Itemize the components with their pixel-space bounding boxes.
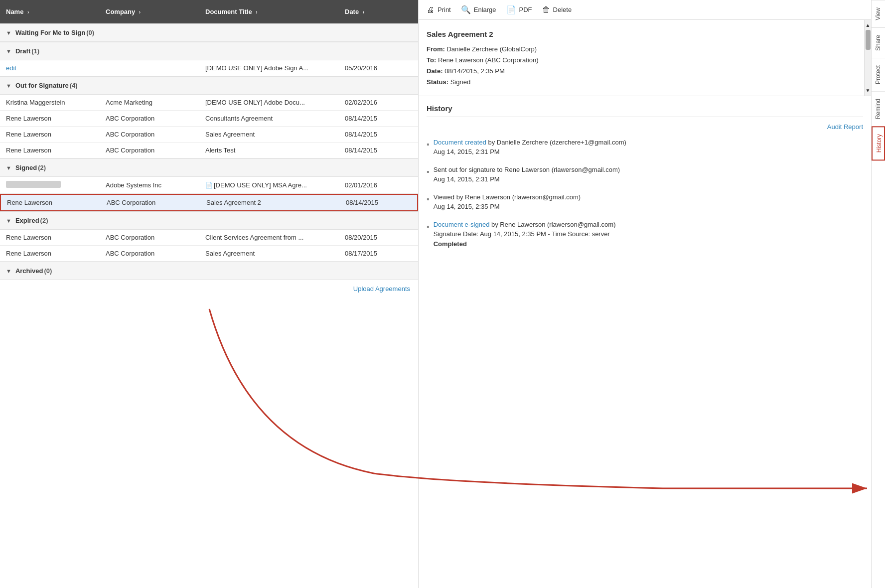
section-header-waiting[interactable]: ▼ Waiting For Me to Sign (0) [0, 23, 418, 42]
table-row[interactable]: Rene Lawerson ABC Corporation Consultant… [0, 111, 418, 127]
scroll-up-button[interactable]: ▲ [865, 20, 871, 30]
header-company[interactable]: Company › [100, 5, 199, 18]
enlarge-icon: 🔍 [461, 5, 471, 14]
section-header-signed[interactable]: ▼ Signed (2) [0, 158, 418, 177]
table-row[interactable]: Rene Lawerson ABC Corporation Sales Agre… [0, 246, 418, 262]
history-text: Document created by Danielle Zerchere (d… [434, 138, 626, 157]
upload-agreements-link[interactable]: Upload Agreements [353, 285, 410, 293]
table-row[interactable]: Adobe Systems Inc 📄[DEMO USE ONLY] MSA A… [0, 177, 418, 194]
section-count: (4) [70, 82, 78, 89]
cell-date: 02/02/2016 [339, 99, 399, 106]
scroll-thumb [866, 30, 871, 50]
doc-info: Sales Agreement 2 From: Danielle Zercher… [419, 20, 871, 96]
doc-from: From: Danielle Zerchere (GlobalCorp) [427, 44, 863, 55]
history-highlight[interactable]: Document created [434, 139, 486, 146]
cell-company: ABC Corporation [100, 147, 199, 154]
blurred-name [6, 181, 61, 188]
chevron-icon: ▼ [6, 30, 11, 36]
right-content: 🖨 Print 🔍 Enlarge 📄 PDF 🗑 Delete Sales A… [419, 0, 871, 588]
section-label: Waiting For Me to Sign [15, 29, 85, 36]
history-items: ▪ Document created by Danielle Zerchere … [427, 138, 863, 249]
history-panel: History Audit Report ▪ Document created … [419, 96, 871, 588]
doc-icon: 📄 [205, 182, 213, 189]
side-tab-share[interactable]: Share [872, 27, 885, 58]
doc-title: Sales Agreement 2 [427, 28, 863, 41]
cell-date: 05/20/2016 [339, 64, 399, 72]
audit-report-link[interactable]: Audit Report [427, 123, 863, 131]
cell-title: Sales Agreement 2 [200, 199, 340, 206]
cell-company: Acme Marketing [100, 99, 199, 106]
chevron-icon: ▼ [6, 165, 11, 171]
pdf-icon: 📄 [506, 5, 516, 14]
company-sort-icon: › [139, 9, 141, 15]
cell-name: Rene Lawerson [0, 250, 100, 257]
history-bullet-icon: ▪ [427, 139, 430, 157]
section-header-archived[interactable]: ▼ Archived (0) [0, 262, 418, 280]
pdf-button[interactable]: 📄 PDF [506, 5, 532, 14]
scroll-indicator[interactable]: ▲ ▼ [864, 20, 871, 96]
history-title: History [427, 104, 863, 113]
side-tab-remind[interactable]: Remind [872, 91, 885, 126]
row-name: Kristina Maggerstein [6, 99, 65, 106]
header-title[interactable]: Document Title › [199, 5, 339, 18]
history-text: Document e-signed by Rene Lawerson (rlaw… [434, 220, 616, 249]
history-text: Viewed by Rene Lawerson (rlawerson@gmail… [434, 192, 581, 212]
cell-date: 08/20/2015 [339, 234, 399, 241]
table-row[interactable]: edit [DEMO USE ONLY] Adobe Sign A... 05/… [0, 60, 418, 76]
sections-container: ▼ Waiting For Me to Sign (0)▼ Draft (1) … [0, 23, 418, 297]
section-header-draft[interactable]: ▼ Draft (1) [0, 42, 418, 60]
section-count: (1) [31, 47, 39, 55]
table-row[interactable]: Rene Lawerson ABC Corporation Sales Agre… [0, 127, 418, 143]
delete-icon: 🗑 [542, 5, 550, 14]
side-tab-view[interactable]: View [872, 0, 885, 27]
row-name: Rene Lawerson [6, 131, 51, 138]
header-date[interactable]: Date › [339, 5, 399, 18]
table-row[interactable]: Rene Lawerson ABC Corporation Client Ser… [0, 230, 418, 246]
cell-company: Adobe Systems Inc [100, 181, 199, 189]
history-bullet-icon: ▪ [427, 193, 430, 212]
section-header-expired[interactable]: ▼ Expired (2) [0, 211, 418, 230]
table-row[interactable]: Rene Lawerson ABC Corporation Alerts Tes… [0, 143, 418, 158]
history-item: ▪ Document e-signed by Rene Lawerson (rl… [427, 220, 863, 249]
side-tab-history[interactable]: History [872, 126, 885, 160]
history-divider [427, 117, 863, 117]
history-bullet-icon: ▪ [427, 221, 430, 249]
section-header-out_for_signature[interactable]: ▼ Out for Signature (4) [0, 76, 418, 95]
doc-date: Date: 08/14/2015, 2:35 PM [427, 66, 863, 77]
cell-title: [DEMO USE ONLY] Adobe Sign A... [199, 64, 339, 72]
name-sort-icon: › [27, 9, 29, 15]
row-name: Rene Lawerson [6, 147, 51, 154]
section-count: (0) [86, 29, 94, 36]
cell-company: ABC Corporation [100, 234, 199, 241]
scroll-down-button[interactable]: ▼ [865, 86, 871, 96]
header-name[interactable]: Name › [0, 5, 100, 18]
history-item: ▪ Document created by Danielle Zerchere … [427, 138, 863, 157]
chevron-icon: ▼ [6, 83, 11, 89]
history-highlight[interactable]: Document e-signed [434, 221, 490, 228]
section-count: (0) [44, 267, 52, 275]
cell-name: edit [0, 64, 100, 72]
delete-button[interactable]: 🗑 Delete [542, 5, 572, 14]
table-header: Name › Company › Document Title › Date › [0, 0, 418, 23]
toolbar: 🖨 Print 🔍 Enlarge 📄 PDF 🗑 Delete [419, 0, 871, 20]
edit-link[interactable]: edit [6, 64, 16, 72]
side-tab-protect[interactable]: Protect [872, 58, 885, 91]
right-panel: 🖨 Print 🔍 Enlarge 📄 PDF 🗑 Delete Sales A… [419, 0, 885, 588]
chevron-icon: ▼ [6, 48, 11, 54]
row-name: Rene Lawerson [6, 115, 51, 122]
print-button[interactable]: 🖨 Print [427, 5, 451, 14]
section-label: Draft [15, 47, 30, 55]
left-panel: Name › Company › Document Title › Date ›… [0, 0, 419, 588]
cell-title: Consultants Agreement [199, 115, 339, 122]
upload-row: Upload Agreements [0, 280, 418, 297]
enlarge-button[interactable]: 🔍 Enlarge [461, 5, 496, 14]
cell-date: 02/01/2016 [339, 181, 399, 189]
row-name: Rene Lawerson [6, 250, 51, 257]
cell-title: [DEMO USE ONLY] Adobe Docu... [199, 99, 339, 106]
history-item: ▪ Sent out for signature to Rene Lawerso… [427, 165, 863, 184]
table-row[interactable]: Rene Lawerson ABC Corporation Sales Agre… [0, 194, 418, 211]
table-row[interactable]: Kristina Maggerstein Acme Marketing [DEM… [0, 95, 418, 111]
cell-date: 08/14/2015 [339, 147, 399, 154]
cell-company: ABC Corporation [101, 199, 200, 206]
doc-to: To: Rene Lawerson (ABC Corporation) [427, 55, 863, 66]
